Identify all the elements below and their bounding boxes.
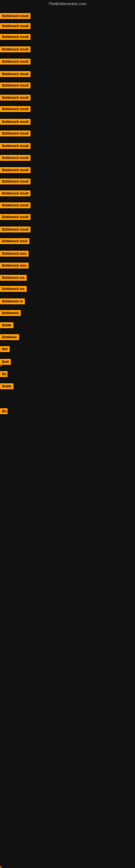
bottleneck-badge-31[interactable]: Bo xyxy=(0,371,8,377)
bottleneck-badge-13[interactable]: Bottleneck result xyxy=(0,155,31,161)
badge-row-10: Bottleneck result xyxy=(0,119,31,126)
badge-row-29: Bot xyxy=(0,346,10,353)
badge-row-26: Bottleneck xyxy=(0,310,21,317)
badge-row-28: Bottlenec xyxy=(0,334,19,341)
badge-row-11: Bottleneck result xyxy=(0,130,31,137)
bottleneck-badge-2[interactable]: Bottleneck result xyxy=(0,23,31,29)
site-title: TheBottlenecker.com xyxy=(0,0,135,8)
bottleneck-badge-25[interactable]: Bottleneck re xyxy=(0,299,25,304)
badge-row-24: Bottleneck res xyxy=(0,286,27,293)
bottleneck-badge-18[interactable]: Bottleneck result xyxy=(0,214,31,220)
bottleneck-badge-24[interactable]: Bottleneck res xyxy=(0,286,27,292)
bottleneck-badge-26[interactable]: Bottleneck xyxy=(0,310,21,316)
badge-row-22: Bottleneck resu xyxy=(0,262,29,270)
bottleneck-badge-17[interactable]: Bottleneck result xyxy=(0,203,31,208)
badge-row-5: Bottleneck result xyxy=(0,59,31,66)
badge-row-6: Bottleneck result xyxy=(0,71,31,78)
badge-row-13: Bottleneck result xyxy=(0,155,31,162)
bottleneck-badge-14[interactable]: Bottleneck result xyxy=(0,167,31,173)
badge-row-18: Bottleneck result xyxy=(0,214,31,221)
bottleneck-badge-12[interactable]: Bottleneck result xyxy=(0,143,31,149)
badge-row-19: Bottleneck result xyxy=(0,226,31,234)
bottleneck-badge-1[interactable]: Bottleneck result xyxy=(0,13,31,19)
badge-row-30: Bott xyxy=(0,359,11,366)
bottleneck-badge-19[interactable]: Bottleneck result xyxy=(0,226,31,232)
badge-row-2: Bottleneck result xyxy=(0,23,31,30)
badge-row-7: Bottleneck result xyxy=(0,83,31,90)
bottleneck-badge-34[interactable]: Bo xyxy=(0,408,8,414)
bottleneck-badge-3[interactable]: Bottleneck result xyxy=(0,34,31,40)
bottleneck-badge-21[interactable]: Bottleneck resu xyxy=(0,251,29,257)
bottleneck-badge-10[interactable]: Bottleneck result xyxy=(0,119,31,125)
bottleneck-badge-20[interactable]: Bottleneck resul xyxy=(0,238,30,244)
bottleneck-badge-22[interactable]: Bottleneck resu xyxy=(0,262,29,269)
badge-row-34: Bo xyxy=(0,408,8,415)
badge-row-20: Bottleneck resul xyxy=(0,238,30,245)
marker-line-2 xyxy=(1,866,1,868)
bottleneck-badge-8[interactable]: Bottleneck result xyxy=(0,95,31,101)
badge-row-1: Bottleneck result xyxy=(0,13,31,20)
badge-row-27: Bottle xyxy=(0,322,13,329)
badge-row-23: Bottleneck res xyxy=(0,275,27,282)
bottleneck-badge-30[interactable]: Bott xyxy=(0,359,11,365)
bottleneck-badge-16[interactable]: Bottleneck result xyxy=(0,190,31,196)
bottleneck-badge-32[interactable]: Bottle xyxy=(0,383,13,389)
bottleneck-badge-27[interactable]: Bottle xyxy=(0,322,13,328)
bottleneck-badge-7[interactable]: Bottleneck result xyxy=(0,83,31,88)
bottleneck-badge-6[interactable]: Bottleneck result xyxy=(0,71,31,77)
bottleneck-badge-23[interactable]: Bottleneck res xyxy=(0,275,27,281)
badge-row-25: Bottleneck re xyxy=(0,299,25,305)
bottleneck-badge-5[interactable]: Bottleneck result xyxy=(0,59,31,65)
badge-row-15: Bottleneck result xyxy=(0,179,31,186)
badge-row-21: Bottleneck resu xyxy=(0,251,29,258)
badge-row-16: Bottleneck result xyxy=(0,190,31,197)
badge-row-4: Bottleneck result xyxy=(0,46,31,54)
marker-line-1 xyxy=(1,359,1,367)
bottleneck-badge-28[interactable]: Bottlenec xyxy=(0,334,19,340)
badge-row-32: Bottle xyxy=(0,383,13,390)
badge-row-8: Bottleneck result xyxy=(0,95,31,102)
badge-row-17: Bottleneck result xyxy=(0,203,31,209)
badge-row-9: Bottleneck result xyxy=(0,106,31,113)
badge-row-31: Bo xyxy=(0,371,8,378)
bottleneck-badge-29[interactable]: Bot xyxy=(0,346,10,352)
bottleneck-badge-11[interactable]: Bottleneck result xyxy=(0,130,31,136)
bottleneck-badge-15[interactable]: Bottleneck result xyxy=(0,179,31,184)
bottleneck-badge-9[interactable]: Bottleneck result xyxy=(0,106,31,112)
bottleneck-badge-4[interactable]: Bottleneck result xyxy=(0,46,31,52)
badge-row-3: Bottleneck result xyxy=(0,34,31,41)
badge-row-12: Bottleneck result xyxy=(0,143,31,150)
badge-row-14: Bottleneck result xyxy=(0,167,31,174)
